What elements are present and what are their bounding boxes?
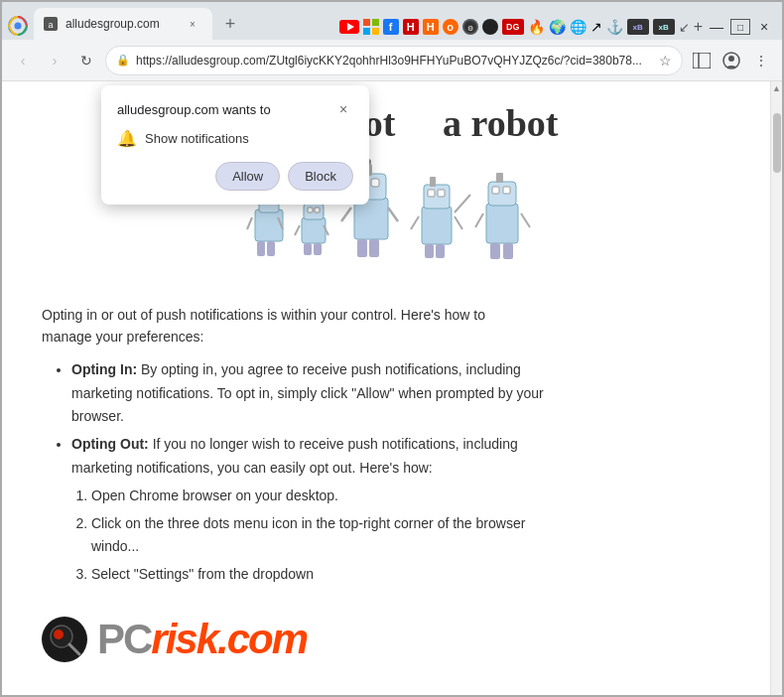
body-text: Opting in or out of push notifications i… xyxy=(42,304,538,348)
step-3: Select "Settings" from the dropdown xyxy=(91,563,548,587)
tab-bar-icons: f H H o ⚙ DG 🔥 🌍 🌐 ↗ ⚓ xB xB ↙ xyxy=(339,18,782,40)
url-text: https://alludesgroup.com/ZUtgl6iycKKY2qo… xyxy=(136,54,653,68)
svg-rect-9 xyxy=(372,28,379,35)
pcrisk-text: PCrisk.com xyxy=(97,619,307,660)
h-icon[interactable]: H xyxy=(403,19,419,35)
nav-bar: ‹ › ↻ 🔒 https://alludesgroup.com/ZUtgl6i… xyxy=(2,40,782,81)
youtube-icon[interactable] xyxy=(339,20,359,34)
add-tab-icon[interactable]: + xyxy=(694,18,703,36)
svg-rect-23 xyxy=(257,241,265,256)
h2-icon[interactable]: H xyxy=(423,19,439,35)
svg-rect-42 xyxy=(369,239,379,257)
svg-rect-25 xyxy=(302,217,326,243)
svg-rect-53 xyxy=(486,204,518,243)
svg-rect-60 xyxy=(490,243,500,259)
circle-icon1[interactable]: ⚙ xyxy=(462,19,478,35)
reload-btn[interactable]: ↻ xyxy=(73,48,99,73)
svg-point-63 xyxy=(54,629,64,639)
svg-rect-31 xyxy=(304,243,312,255)
icon-left-arrow[interactable]: ↙ xyxy=(679,20,690,35)
svg-point-1 xyxy=(15,23,22,30)
pcrisk-icon xyxy=(42,617,87,662)
kb2-icon[interactable]: xB xyxy=(653,19,675,35)
svg-line-64 xyxy=(69,644,79,654)
svg-line-39 xyxy=(341,208,351,221)
new-tab-btn[interactable]: + xyxy=(214,8,246,40)
tab-title: alludesgroup.com xyxy=(65,17,160,31)
svg-rect-47 xyxy=(438,190,445,197)
sidebar-btn[interactable] xyxy=(689,48,715,73)
popup-title: alludesgroup.com wants to xyxy=(117,102,271,117)
bullet-item-2: Opting Out: If you no longer wish to rec… xyxy=(71,433,548,587)
nav-right-icons: ⋮ xyxy=(689,48,774,73)
icon-globe1[interactable]: 🌍 xyxy=(549,19,566,35)
block-button[interactable]: Block xyxy=(288,162,353,191)
minimize-btn[interactable]: — xyxy=(707,19,726,35)
menu-btn[interactable]: ⋮ xyxy=(748,48,774,73)
permission-text: Show notifications xyxy=(145,131,249,146)
svg-rect-41 xyxy=(357,239,367,257)
window-close-btn[interactable]: × xyxy=(754,19,774,35)
chrome-icon xyxy=(8,16,28,36)
popup-buttons: Allow Block xyxy=(117,162,353,191)
o-icon[interactable]: o xyxy=(443,19,458,35)
circle-icon2[interactable] xyxy=(482,19,498,35)
svg-line-29 xyxy=(295,225,300,235)
svg-line-59 xyxy=(521,213,530,227)
icon-anchor[interactable]: ⚓ xyxy=(606,19,623,35)
bookmark-icon[interactable]: ☆ xyxy=(659,53,672,69)
icon-flame[interactable]: 🔥 xyxy=(528,19,545,35)
svg-line-49 xyxy=(455,216,462,229)
svg-rect-16 xyxy=(255,209,283,241)
svg-rect-55 xyxy=(496,173,503,183)
bell-icon: 🔔 xyxy=(117,129,137,148)
svg-point-15 xyxy=(728,56,734,62)
browser-window: a alludesgroup.com × + xyxy=(0,0,784,697)
svg-rect-26 xyxy=(304,204,324,219)
svg-rect-32 xyxy=(314,243,322,255)
svg-rect-28 xyxy=(315,208,320,212)
forward-btn[interactable]: › xyxy=(42,48,67,73)
svg-line-21 xyxy=(247,217,252,229)
scrollbar-thumb[interactable] xyxy=(773,113,781,173)
svg-line-58 xyxy=(475,213,483,227)
address-bar[interactable]: 🔒 https://alludesgroup.com/ZUtgl6iycKKY2… xyxy=(105,46,683,75)
pcrisk-logo-area: PCrisk.com xyxy=(42,617,730,662)
svg-rect-7 xyxy=(372,19,379,26)
icon-arrow[interactable]: ↗ xyxy=(590,19,602,35)
svg-rect-6 xyxy=(363,19,370,26)
notification-popup: alludesgroup.com wants to × 🔔 Show notif… xyxy=(101,85,369,205)
step-1: Open Chrome browser on your desktop. xyxy=(91,485,548,508)
svg-rect-61 xyxy=(503,243,513,259)
tab-close-btn[interactable]: × xyxy=(185,16,200,32)
svg-rect-46 xyxy=(428,190,435,197)
ms-icon[interactable] xyxy=(363,19,379,35)
scrollbar[interactable]: ▲ xyxy=(770,81,782,695)
back-btn[interactable]: ‹ xyxy=(10,48,36,73)
svg-rect-52 xyxy=(436,244,445,258)
svg-rect-12 xyxy=(693,53,711,69)
scroll-up-arrow[interactable]: ▲ xyxy=(772,83,781,93)
svg-rect-43 xyxy=(422,207,452,244)
popup-close-btn[interactable]: × xyxy=(333,99,353,119)
tab-favicon: a xyxy=(44,17,58,31)
svg-rect-51 xyxy=(425,244,434,258)
svg-rect-8 xyxy=(363,28,370,35)
step-2: Click on the three dots menu icon in the… xyxy=(91,512,548,560)
icon-globe2[interactable]: 🌐 xyxy=(570,19,587,35)
allow-button[interactable]: Allow xyxy=(215,162,280,191)
facebook-icon[interactable]: f xyxy=(383,19,399,35)
svg-line-48 xyxy=(411,216,419,229)
profile-icon[interactable] xyxy=(719,48,744,73)
content-area: alludesgroup.com wants to × 🔔 Show notif… xyxy=(2,81,782,695)
bullet-list: Opting In: By opting in, you agree to re… xyxy=(71,358,548,587)
active-tab[interactable]: a alludesgroup.com × xyxy=(34,8,212,40)
svg-rect-24 xyxy=(267,241,275,256)
kb1-icon[interactable]: xB xyxy=(627,19,649,35)
dg-icon[interactable]: DG xyxy=(502,19,524,35)
svg-line-40 xyxy=(388,208,398,221)
svg-line-50 xyxy=(455,195,470,212)
maximize-btn[interactable]: □ xyxy=(730,19,750,35)
svg-text:⚙: ⚙ xyxy=(467,25,473,32)
tab-bar: a alludesgroup.com × + xyxy=(2,2,782,40)
